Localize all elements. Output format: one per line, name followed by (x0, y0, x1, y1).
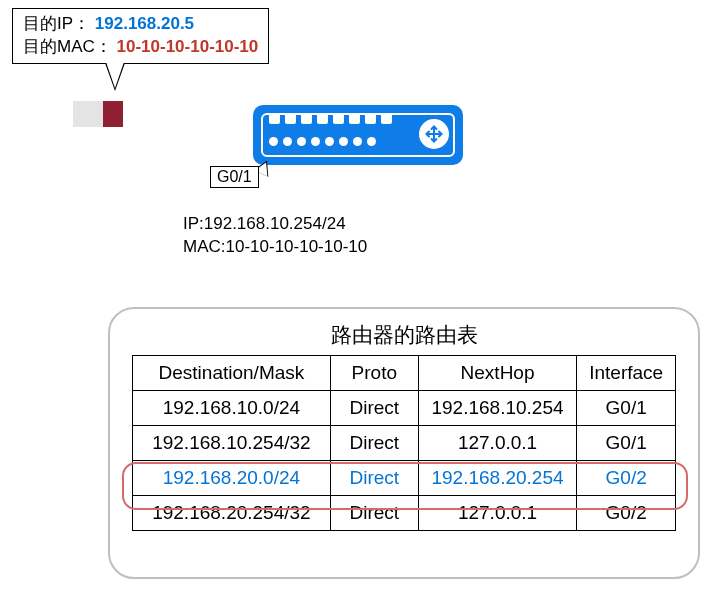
cell-iface: G0/2 (577, 496, 676, 531)
table-row: 192.168.20.0/24Direct192.168.20.254G0/2 (133, 461, 676, 496)
cell-proto: Direct (330, 426, 418, 461)
iface-info: IP:192.168.10.254/24 MAC:10-10-10-10-10-… (183, 213, 367, 259)
router-ports-top (269, 113, 392, 124)
cell-dest: 192.168.20.0/24 (133, 461, 331, 496)
cell-dest: 192.168.10.254/32 (133, 426, 331, 461)
dest-ip-label: 目的IP： (23, 14, 90, 33)
callout-tail (105, 63, 125, 91)
table-row: 192.168.10.0/24Direct192.168.10.254G0/1 (133, 391, 676, 426)
routing-arrows-icon (419, 119, 449, 149)
table-header-row: Destination/Mask Proto NextHop Interface (133, 356, 676, 391)
packet-icon (73, 101, 123, 127)
cell-nexthop: 192.168.10.254 (418, 391, 577, 426)
dest-ip-value: 192.168.20.5 (95, 14, 194, 33)
iface-name: G0/1 (210, 166, 259, 188)
dest-mac-value: 10-10-10-10-10-10 (117, 37, 259, 56)
cell-proto: Direct (330, 496, 418, 531)
cell-dest: 192.168.10.0/24 (133, 391, 331, 426)
routing-table-title: 路由器的路由表 (132, 321, 676, 349)
cell-iface: G0/1 (577, 391, 676, 426)
table-row: 192.168.10.254/32Direct127.0.0.1G0/1 (133, 426, 676, 461)
routing-table: Destination/Mask Proto NextHop Interface… (132, 355, 676, 531)
cell-nexthop: 127.0.0.1 (418, 496, 577, 531)
iface-mac: MAC:10-10-10-10-10-10 (183, 236, 367, 259)
col-iface: Interface (577, 356, 676, 391)
dest-mac-label: 目的MAC： (23, 37, 112, 56)
iface-ip: IP:192.168.10.254/24 (183, 213, 367, 236)
cell-nexthop: 127.0.0.1 (418, 426, 577, 461)
table-row: 192.168.20.254/32Direct127.0.0.1G0/2 (133, 496, 676, 531)
cell-iface: G0/2 (577, 461, 676, 496)
router-icon (253, 105, 463, 165)
router-ports-bottom (269, 137, 376, 146)
packet-payload (73, 101, 103, 127)
col-dest: Destination/Mask (133, 356, 331, 391)
cell-iface: G0/1 (577, 426, 676, 461)
cell-dest: 192.168.20.254/32 (133, 496, 331, 531)
col-nexthop: NextHop (418, 356, 577, 391)
routing-table-panel: 路由器的路由表 Destination/Mask Proto NextHop I… (108, 307, 700, 579)
col-proto: Proto (330, 356, 418, 391)
packet-header (103, 101, 123, 127)
dest-callout: 目的IP： 192.168.20.5 目的MAC： 10-10-10-10-10… (12, 8, 269, 64)
cell-nexthop: 192.168.20.254 (418, 461, 577, 496)
cell-proto: Direct (330, 461, 418, 496)
router-body (261, 113, 455, 157)
cell-proto: Direct (330, 391, 418, 426)
